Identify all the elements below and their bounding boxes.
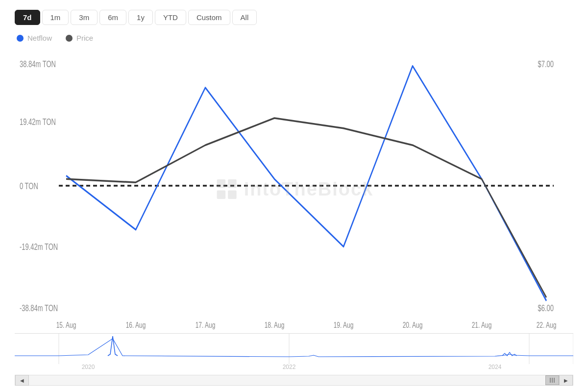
time-btn-6m[interactable]: 6m [99,10,126,25]
time-btn-all[interactable]: All [232,10,257,25]
netflow-label: Netflow [27,34,52,42]
time-btn-3m[interactable]: 3m [71,10,98,25]
main-container: 7d1m3m6m1yYTDCustomAll Netflow Price Int… [0,0,588,392]
x-label-2: 17. Aug [196,320,216,329]
mini-year-2024: 2024 [489,364,502,370]
time-range-selector: 7d1m3m6m1yYTDCustomAll [15,10,573,25]
x-label-4: 19. Aug [334,320,354,329]
mini-netflow-baseline [15,339,573,357]
mini-scrollbar: ◀ ▶ [15,375,573,386]
y-label-neg2: -38.84m TON [20,303,58,313]
legend-price: Price [66,34,93,42]
x-label-0: 15. Aug [56,320,76,329]
x-label-1: 16. Aug [126,320,146,329]
x-label-7: 22. Aug [537,320,557,329]
price-line [66,118,546,297]
chart-legend: Netflow Price [15,34,573,42]
main-chart: IntoTheBlock 38.84m TON 19.42m TON 0 TON… [15,47,573,331]
y-label-top: 38.84m TON [20,59,56,69]
netflow-line [66,66,546,301]
time-btn-ytd[interactable]: YTD [155,10,186,25]
legend-netflow: Netflow [17,34,52,42]
time-btn-7d[interactable]: 7d [15,10,40,25]
scroll-left-btn[interactable]: ◀ [15,375,29,386]
time-btn-1m[interactable]: 1m [42,10,69,25]
price-dot [66,35,73,42]
netflow-dot [17,35,24,42]
x-label-6: 21. Aug [472,320,492,329]
mini-year-2020: 2020 [82,364,95,370]
x-label-3: 18. Aug [265,320,285,329]
mini-chart-svg: 2020 2022 2024 [15,334,573,373]
y-right-bottom: $6.00 [538,303,554,313]
y-label-2: 19.42m TON [20,117,56,126]
mini-chart-container: 2020 2022 2024 ◀ [15,333,573,387]
mini-year-2022: 2022 [283,364,296,370]
chart-wrapper: IntoTheBlock 38.84m TON 19.42m TON 0 TON… [15,47,573,387]
x-label-5: 20. Aug [403,320,423,329]
time-btn-1y[interactable]: 1y [128,10,153,25]
scroll-right-btn[interactable]: ▶ [559,375,573,386]
time-btn-custom[interactable]: Custom [188,10,230,25]
scroll-handle-grip [550,378,555,383]
main-chart-svg: 38.84m TON 19.42m TON 0 TON -19.42m TON … [15,47,573,331]
y-label-neg1: -19.42m TON [20,242,58,251]
price-label: Price [76,34,93,42]
y-label-zero: 0 TON [20,181,38,191]
scroll-handle[interactable] [545,375,559,385]
scroll-track[interactable] [29,375,559,385]
y-right-top: $7.00 [538,59,554,69]
